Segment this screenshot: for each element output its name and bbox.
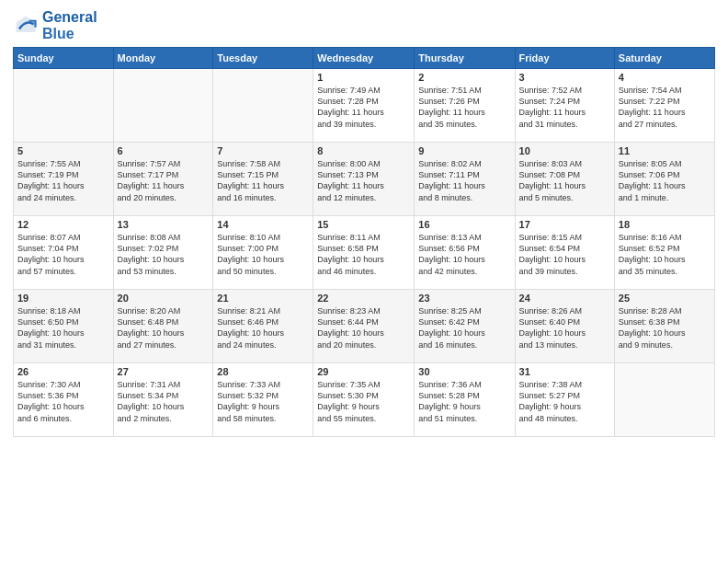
day-info: Sunrise: 8:23 AM Sunset: 6:44 PM Dayligh…: [317, 305, 410, 350]
week-row-5: 26Sunrise: 7:30 AM Sunset: 5:36 PM Dayli…: [14, 363, 715, 437]
day-cell: 25Sunrise: 8:28 AM Sunset: 6:38 PM Dayli…: [614, 290, 714, 363]
logo-text: General Blue: [42, 9, 97, 41]
day-info: Sunrise: 7:36 AM Sunset: 5:28 PM Dayligh…: [418, 379, 510, 424]
day-info: Sunrise: 7:35 AM Sunset: 5:30 PM Dayligh…: [317, 379, 410, 424]
day-number: 16: [418, 219, 510, 230]
day-number: 2: [418, 72, 510, 83]
day-info: Sunrise: 8:21 AM Sunset: 6:46 PM Dayligh…: [217, 305, 309, 350]
day-number: 28: [217, 366, 309, 377]
day-cell: 2Sunrise: 7:51 AM Sunset: 7:26 PM Daylig…: [415, 69, 515, 143]
day-number: 13: [118, 219, 210, 230]
day-info: Sunrise: 8:18 AM Sunset: 6:50 PM Dayligh…: [17, 305, 109, 350]
day-info: Sunrise: 8:13 AM Sunset: 6:56 PM Dayligh…: [418, 232, 510, 277]
day-cell: 10Sunrise: 8:03 AM Sunset: 7:08 PM Dayli…: [515, 143, 614, 216]
weekday-header-tuesday: Tuesday: [213, 48, 313, 69]
day-info: Sunrise: 8:00 AM Sunset: 7:13 PM Dayligh…: [317, 158, 410, 203]
day-cell: [14, 69, 114, 143]
day-info: Sunrise: 7:51 AM Sunset: 7:26 PM Dayligh…: [418, 85, 510, 130]
day-number: 25: [619, 293, 711, 304]
day-cell: 15Sunrise: 8:11 AM Sunset: 6:58 PM Dayli…: [313, 216, 415, 290]
day-number: 17: [519, 219, 610, 230]
day-info: Sunrise: 7:58 AM Sunset: 7:15 PM Dayligh…: [217, 158, 309, 203]
day-info: Sunrise: 8:07 AM Sunset: 7:04 PM Dayligh…: [17, 232, 109, 277]
weekday-header-thursday: Thursday: [415, 48, 515, 69]
day-info: Sunrise: 8:20 AM Sunset: 6:48 PM Dayligh…: [118, 305, 210, 350]
day-cell: 5Sunrise: 7:55 AM Sunset: 7:19 PM Daylig…: [14, 143, 114, 216]
day-cell: 29Sunrise: 7:35 AM Sunset: 5:30 PM Dayli…: [313, 363, 415, 437]
day-number: 27: [118, 366, 210, 377]
day-number: 6: [118, 145, 210, 156]
weekday-header-sunday: Sunday: [14, 48, 114, 69]
day-number: 4: [619, 72, 711, 83]
logo: General Blue: [13, 9, 97, 41]
day-info: Sunrise: 8:11 AM Sunset: 6:58 PM Dayligh…: [317, 232, 410, 277]
day-info: Sunrise: 8:08 AM Sunset: 7:02 PM Dayligh…: [118, 232, 210, 277]
day-number: 9: [418, 145, 510, 156]
day-number: 24: [519, 293, 610, 304]
day-cell: 27Sunrise: 7:31 AM Sunset: 5:34 PM Dayli…: [113, 363, 213, 437]
day-number: 8: [317, 145, 410, 156]
day-number: 31: [519, 366, 610, 377]
day-number: 11: [619, 145, 711, 156]
day-cell: 9Sunrise: 8:02 AM Sunset: 7:11 PM Daylig…: [415, 143, 515, 216]
day-number: 19: [17, 293, 109, 304]
day-info: Sunrise: 8:25 AM Sunset: 6:42 PM Dayligh…: [418, 305, 510, 350]
day-cell: 8Sunrise: 8:00 AM Sunset: 7:13 PM Daylig…: [313, 143, 415, 216]
day-cell: 11Sunrise: 8:05 AM Sunset: 7:06 PM Dayli…: [614, 143, 714, 216]
logo-icon: [13, 13, 39, 39]
day-number: 29: [317, 366, 410, 377]
day-info: Sunrise: 8:28 AM Sunset: 6:38 PM Dayligh…: [619, 305, 711, 350]
day-cell: 3Sunrise: 7:52 AM Sunset: 7:24 PM Daylig…: [515, 69, 614, 143]
day-number: 15: [317, 219, 410, 230]
day-info: Sunrise: 7:38 AM Sunset: 5:27 PM Dayligh…: [519, 379, 610, 424]
day-number: 12: [17, 219, 109, 230]
week-row-1: 1Sunrise: 7:49 AM Sunset: 7:28 PM Daylig…: [14, 69, 715, 143]
day-number: 30: [418, 366, 510, 377]
day-cell: 12Sunrise: 8:07 AM Sunset: 7:04 PM Dayli…: [14, 216, 114, 290]
day-info: Sunrise: 8:26 AM Sunset: 6:40 PM Dayligh…: [519, 305, 610, 350]
day-number: 5: [17, 145, 109, 156]
week-row-2: 5Sunrise: 7:55 AM Sunset: 7:19 PM Daylig…: [14, 143, 715, 216]
day-cell: 17Sunrise: 8:15 AM Sunset: 6:54 PM Dayli…: [515, 216, 614, 290]
day-number: 22: [317, 293, 410, 304]
day-info: Sunrise: 7:49 AM Sunset: 7:28 PM Dayligh…: [317, 85, 410, 130]
day-cell: 23Sunrise: 8:25 AM Sunset: 6:42 PM Dayli…: [415, 290, 515, 363]
day-cell: 1Sunrise: 7:49 AM Sunset: 7:28 PM Daylig…: [313, 69, 415, 143]
day-cell: 28Sunrise: 7:33 AM Sunset: 5:32 PM Dayli…: [213, 363, 313, 437]
day-cell: 31Sunrise: 7:38 AM Sunset: 5:27 PM Dayli…: [515, 363, 614, 437]
day-info: Sunrise: 7:52 AM Sunset: 7:24 PM Dayligh…: [519, 85, 610, 130]
day-number: 20: [118, 293, 210, 304]
day-cell: 21Sunrise: 8:21 AM Sunset: 6:46 PM Dayli…: [213, 290, 313, 363]
day-cell: [213, 69, 313, 143]
day-info: Sunrise: 7:30 AM Sunset: 5:36 PM Dayligh…: [17, 379, 109, 424]
day-info: Sunrise: 7:33 AM Sunset: 5:32 PM Dayligh…: [217, 379, 309, 424]
page-header: General Blue: [13, 9, 715, 41]
day-cell: 18Sunrise: 8:16 AM Sunset: 6:52 PM Dayli…: [614, 216, 714, 290]
day-info: Sunrise: 8:03 AM Sunset: 7:08 PM Dayligh…: [519, 158, 610, 203]
week-row-4: 19Sunrise: 8:18 AM Sunset: 6:50 PM Dayli…: [14, 290, 715, 363]
day-number: 14: [217, 219, 309, 230]
day-number: 26: [17, 366, 109, 377]
day-info: Sunrise: 8:10 AM Sunset: 7:00 PM Dayligh…: [217, 232, 309, 277]
weekday-header-row: SundayMondayTuesdayWednesdayThursdayFrid…: [14, 48, 715, 69]
day-cell: 6Sunrise: 7:57 AM Sunset: 7:17 PM Daylig…: [113, 143, 213, 216]
day-cell: 20Sunrise: 8:20 AM Sunset: 6:48 PM Dayli…: [113, 290, 213, 363]
day-number: 10: [519, 145, 610, 156]
calendar-table: SundayMondayTuesdayWednesdayThursdayFrid…: [13, 47, 715, 437]
day-cell: 7Sunrise: 7:58 AM Sunset: 7:15 PM Daylig…: [213, 143, 313, 216]
day-number: 18: [619, 219, 711, 230]
day-info: Sunrise: 8:16 AM Sunset: 6:52 PM Dayligh…: [619, 232, 711, 277]
week-row-3: 12Sunrise: 8:07 AM Sunset: 7:04 PM Dayli…: [14, 216, 715, 290]
day-cell: [113, 69, 213, 143]
weekday-header-saturday: Saturday: [614, 48, 714, 69]
day-cell: 14Sunrise: 8:10 AM Sunset: 7:00 PM Dayli…: [213, 216, 313, 290]
day-cell: 30Sunrise: 7:36 AM Sunset: 5:28 PM Dayli…: [415, 363, 515, 437]
day-cell: 13Sunrise: 8:08 AM Sunset: 7:02 PM Dayli…: [113, 216, 213, 290]
day-cell: 24Sunrise: 8:26 AM Sunset: 6:40 PM Dayli…: [515, 290, 614, 363]
day-number: 23: [418, 293, 510, 304]
day-info: Sunrise: 7:55 AM Sunset: 7:19 PM Dayligh…: [17, 158, 109, 203]
weekday-header-monday: Monday: [113, 48, 213, 69]
day-cell: 22Sunrise: 8:23 AM Sunset: 6:44 PM Dayli…: [313, 290, 415, 363]
day-number: 1: [317, 72, 410, 83]
day-number: 7: [217, 145, 309, 156]
